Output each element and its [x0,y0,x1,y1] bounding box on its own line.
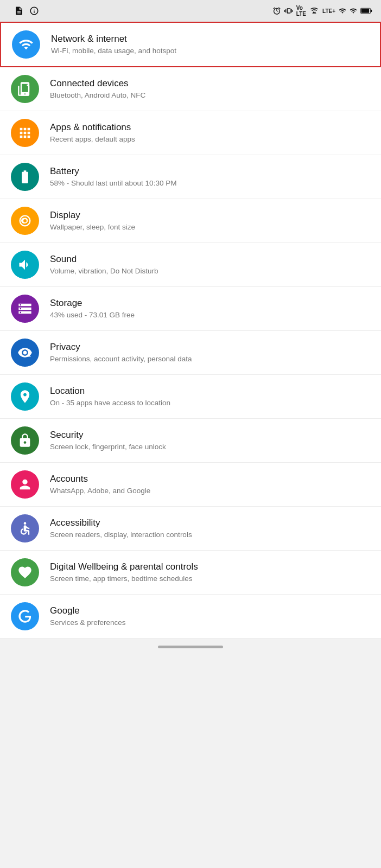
storage-text: Storage 43% used - 73.01 GB free [50,297,135,320]
connected-devices-text: Connected devices Bluetooth, Android Aut… [50,78,145,100]
network-title: Network & internet [51,33,176,45]
google-subtitle: Services & preferences [50,618,126,628]
storage-subtitle: 43% used - 73.01 GB free [50,310,135,320]
settings-item-accessibility[interactable]: Accessibility Screen readers, display, i… [0,507,381,551]
privacy-subtitle: Permissions, account activity, personal … [50,354,192,364]
svg-rect-1 [361,9,369,12]
svg-point-3 [24,522,27,525]
vibrate-icon [284,7,293,15]
apps-notifications-icon-circle [11,119,39,147]
settings-item-connected-devices[interactable]: Connected devices Bluetooth, Android Aut… [0,67,381,111]
security-subtitle: Screen lock, fingerprint, face unlock [50,442,166,452]
nav-handle [0,639,381,655]
apps-notifications-subtitle: Recent apps, default apps [50,135,135,144]
connected-devices-icon-circle [11,75,39,103]
settings-item-apps-notifications[interactable]: Apps & notifications Recent apps, defaul… [0,111,381,155]
sound-text: Sound Volume, vibration, Do Not Disturb [50,253,158,276]
apps-notifications-title: Apps & notifications [50,122,135,133]
location-icon-circle [11,382,39,411]
security-title: Security [50,429,166,441]
signal2-icon [350,7,357,15]
privacy-title: Privacy [50,341,192,353]
battery-subtitle: 58% - Should last until about 10:30 PM [50,178,176,188]
privacy-text: Privacy Permissions, account activity, p… [50,341,192,364]
digital-wellbeing-icon-circle [11,558,39,586]
status-left [9,6,39,16]
security-icon-circle [11,426,39,455]
settings-item-security[interactable]: Security Screen lock, fingerprint, face … [0,419,381,463]
signal1-icon [339,7,346,15]
settings-item-privacy[interactable]: Privacy Permissions, account activity, p… [0,331,381,375]
display-title: Display [50,209,135,221]
sound-subtitle: Volume, vibration, Do Not Disturb [50,266,158,276]
volte-icon: VoLTE [296,5,306,17]
accounts-subtitle: WhatsApp, Adobe, and Google [50,486,150,496]
apps-notifications-text: Apps & notifications Recent apps, defaul… [50,122,135,144]
svg-rect-2 [371,10,372,12]
status-right: VoLTE LTE+ [272,5,372,17]
display-text: Display Wallpaper, sleep, font size [50,209,135,232]
shazam-icon [29,6,39,16]
network-text: Network & internet Wi-Fi, mobile, data u… [51,33,176,56]
accessibility-text: Accessibility Screen readers, display, i… [50,517,192,540]
accounts-title: Accounts [50,473,150,485]
network-icon-circle [12,30,40,59]
sound-icon-circle [11,251,39,279]
connected-devices-title: Connected devices [50,78,145,90]
wifi-calling-icon [309,7,319,15]
settings-item-network[interactable]: Network & internet Wi-Fi, mobile, data u… [0,22,381,67]
storage-icon-circle [11,295,39,323]
alarm-icon [272,7,281,15]
network-subtitle: Wi-Fi, mobile, data usage, and hotspot [51,46,176,56]
google-title: Google [50,605,126,617]
digital-wellbeing-subtitle: Screen time, app timers, bedtime schedul… [50,574,198,584]
settings-item-location[interactable]: Location On - 35 apps have access to loc… [0,375,381,419]
google-text: Google Services & preferences [50,605,126,628]
battery-icon-circle [11,163,39,191]
digital-wellbeing-title: Digital Wellbeing & parental controls [50,561,198,573]
digital-wellbeing-text: Digital Wellbeing & parental controls Sc… [50,561,198,584]
battery-title: Battery [50,165,176,177]
privacy-icon-circle [11,339,39,367]
settings-item-digital-wellbeing[interactable]: Digital Wellbeing & parental controls Sc… [0,551,381,595]
accessibility-icon-circle [11,514,39,542]
accounts-text: Accounts WhatsApp, Adobe, and Google [50,473,150,496]
connected-devices-subtitle: Bluetooth, Android Auto, NFC [50,91,145,100]
accessibility-title: Accessibility [50,517,192,529]
settings-item-storage[interactable]: Storage 43% used - 73.01 GB free [0,287,381,331]
nav-handle-bar [158,646,223,648]
settings-item-accounts[interactable]: Accounts WhatsApp, Adobe, and Google [0,463,381,507]
battery-text: Battery 58% - Should last until about 10… [50,165,176,188]
accessibility-subtitle: Screen readers, display, interaction con… [50,530,192,540]
settings-item-google[interactable]: Google Services & preferences [0,595,381,639]
sound-title: Sound [50,253,158,265]
notification-icon [14,6,24,16]
location-title: Location [50,385,170,397]
display-icon-circle [11,207,39,235]
display-subtitle: Wallpaper, sleep, font size [50,222,135,232]
accounts-icon-circle [11,470,39,499]
lte-icon: LTE+ [322,8,335,14]
settings-item-battery[interactable]: Battery 58% - Should last until about 10… [0,155,381,199]
settings-item-display[interactable]: Display Wallpaper, sleep, font size [0,199,381,243]
status-bar: VoLTE LTE+ [0,0,381,22]
battery-icon [360,7,372,15]
google-icon-circle [11,602,39,630]
settings-list: Network & internet Wi-Fi, mobile, data u… [0,22,381,639]
storage-title: Storage [50,297,135,309]
security-text: Security Screen lock, fingerprint, face … [50,429,166,452]
settings-item-sound[interactable]: Sound Volume, vibration, Do Not Disturb [0,243,381,287]
location-subtitle: On - 35 apps have access to location [50,398,170,408]
location-text: Location On - 35 apps have access to loc… [50,385,170,408]
